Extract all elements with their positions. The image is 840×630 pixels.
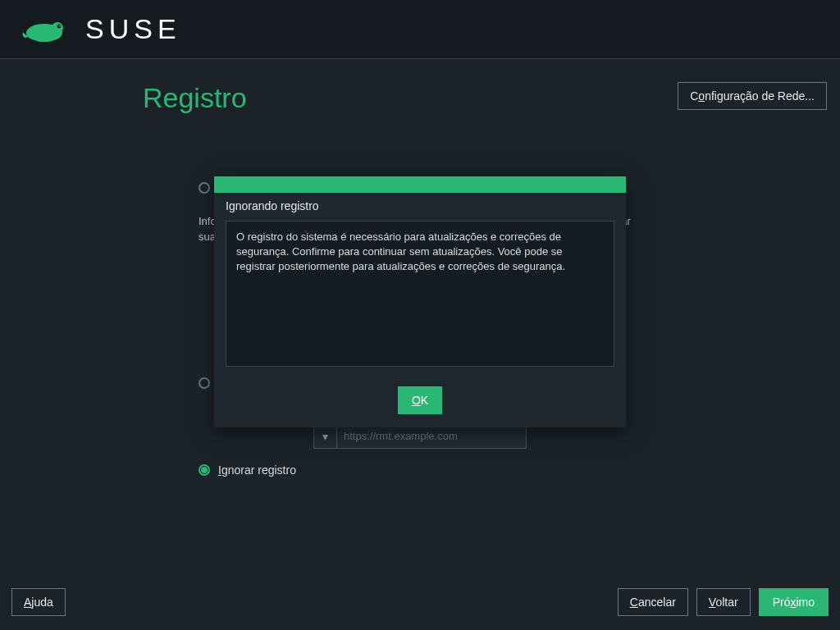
local-url-field: ▾ (313, 424, 527, 449)
network-config-label: Configuração de Rede... (690, 89, 815, 103)
app-header: SUSE (0, 0, 840, 59)
wizard-footer: Ajuda Cancelar Voltar Próximo (0, 574, 840, 630)
dialog-ok-button[interactable]: OK (398, 386, 442, 414)
next-label: Próximo (773, 596, 815, 609)
radio-skip-registration[interactable]: Ignorar registro (199, 463, 641, 477)
network-config-button[interactable]: Configuração de Rede... (678, 82, 827, 110)
next-button[interactable]: Próximo (759, 588, 829, 616)
back-button[interactable]: Voltar (696, 588, 751, 616)
brand-name: SUSE (85, 13, 181, 45)
back-label: Voltar (709, 596, 738, 609)
brand-logo: SUSE (20, 13, 181, 45)
page-title: Registro (143, 82, 247, 114)
combo-dropdown-button[interactable]: ▾ (313, 424, 336, 449)
cancel-button[interactable]: Cancelar (618, 588, 688, 616)
radio-icon (199, 377, 210, 389)
svg-point-3 (59, 25, 61, 26)
radio-icon (199, 182, 210, 194)
local-url-input[interactable] (336, 424, 527, 449)
radio-icon (199, 464, 210, 476)
suse-chameleon-icon (20, 15, 72, 44)
skip-registration-dialog: Ignorando registro O registro do sistema… (214, 176, 626, 427)
cancel-label: Cancelar (630, 596, 676, 609)
radio-skip-label: Ignorar registro (218, 463, 296, 477)
chevron-down-icon: ▾ (322, 430, 328, 443)
help-label: Ajuda (24, 596, 53, 609)
svg-point-1 (52, 22, 63, 34)
dialog-message: O registro do sistema é necessário para … (226, 221, 614, 367)
dialog-title: Ignorando registro (214, 193, 626, 217)
help-button[interactable]: Ajuda (11, 588, 66, 616)
dialog-ok-label: OK (412, 394, 428, 407)
dialog-accent-bar (214, 176, 626, 193)
